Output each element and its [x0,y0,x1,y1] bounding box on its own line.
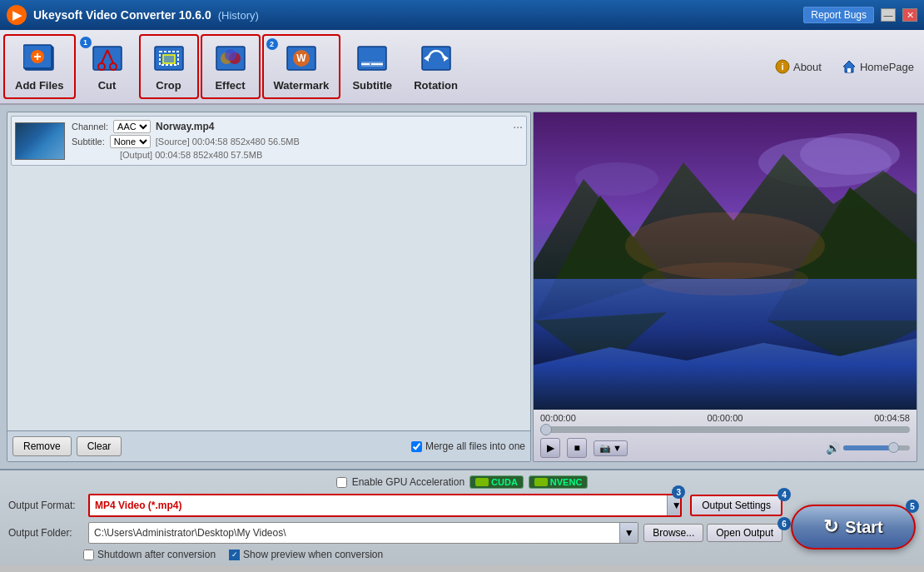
progress-thumb[interactable] [540,424,552,435]
browse-button[interactable]: Browse... [643,524,703,542]
add-files-button[interactable]: Add Files [3,34,76,99]
gpu-row: Enable GPU Acceleration CUDA NVENC [8,475,916,489]
preview-option: ✓ Show preview when conversion [229,549,383,560]
crop-icon [152,42,186,76]
about-button[interactable]: i About [768,56,828,77]
minimize-button[interactable]: — [881,8,896,22]
preview-controls: 00:00:00 00:00:00 00:04:58 ▶ ■ 📷 ▼ 🔊 [534,410,917,461]
output-folder-field[interactable]: C:\Users\Administrator\Desktop\My Videos… [88,522,638,544]
output-settings-wrapper: Output Settings 4 [690,495,782,516]
output-folder-label: Output Folder: [8,527,83,539]
file-options-dots[interactable]: ··· [513,120,523,133]
add-files-label: Add Files [15,79,64,92]
progress-bar[interactable] [540,426,910,433]
merge-area: Merge all files into one [411,440,525,452]
num-badge-settings: 4 [777,488,791,501]
output-format-value: MP4 Video (*.mp4) [90,500,667,511]
play-button[interactable]: ▶ [540,438,560,458]
time-mid: 00:00:00 [708,413,743,423]
file-name: Norway.mp4 [156,121,508,132]
file-panel: Channel: AAC Norway.mp4 ··· Subtitle: No… [7,112,531,462]
watermark-label: Watermark [274,79,330,92]
output-folder-value: C:\Users\Administrator\Desktop\My Videos… [89,527,619,539]
preview-panel: 00:00:00 00:00:00 00:04:58 ▶ ■ 📷 ▼ 🔊 [533,112,917,462]
watermark-icon: W [285,42,318,76]
shutdown-label: Shutdown after conversion [97,549,216,560]
cuda-label: CUDA [491,477,518,487]
subtitle-label: Subtitle [352,79,392,92]
main-area: Channel: AAC Norway.mp4 ··· Subtitle: No… [0,105,924,469]
svg-point-16 [225,49,236,61]
browse-open-wrapper: Browse... Open Output 6 [643,524,782,542]
preview-checkbox-checked[interactable]: ✓ [229,550,240,560]
channel-label: Channel: [72,122,108,132]
watermark-button[interactable]: 2 W Watermark [262,34,341,99]
volume-thumb[interactable] [888,442,899,453]
effect-icon [214,42,247,76]
svg-rect-43 [535,478,547,486]
crop-label: Crop [156,79,181,92]
preview-video [534,112,917,410]
clear-button[interactable]: Clear [77,436,122,456]
file-panel-bottom: Remove Clear Merge all files into one [7,430,530,461]
output-format-section: Output Format: MP4 Video (*.mp4) ▼ 3 Out… [8,494,916,560]
cut-icon [91,42,124,76]
title-bar-right: Report Bugs — ✕ [803,7,917,23]
crop-button[interactable]: Crop [139,34,199,99]
effect-label: Effect [215,79,245,92]
rotation-label: Rotation [414,79,458,92]
start-label: Start [845,518,883,537]
playback-controls: ▶ ■ 📷 ▼ 🔊 [540,438,910,458]
nvenc-badge: NVENC [529,475,589,489]
channel-select[interactable]: AAC [113,120,151,133]
preview-label: Show preview when conversion [243,549,383,560]
close-button[interactable]: ✕ [902,8,917,22]
dropdown-arrow-icon: ▼ [613,443,622,453]
shutdown-checkbox[interactable] [83,550,94,560]
snapshot-button[interactable]: 📷 ▼ [594,440,628,456]
subtitle-button[interactable]: Subtitle [342,34,402,99]
output-format-field[interactable]: MP4 Video (*.mp4) ▼ [88,494,682,517]
svg-rect-4 [37,53,38,60]
output-format-row: Output Format: MP4 Video (*.mp4) ▼ 3 Out… [8,494,782,517]
add-files-icon [22,42,56,76]
cut-num-badge: 1 [80,37,92,48]
svg-rect-42 [476,478,488,486]
num-badge-start: 5 [906,500,919,513]
start-button-wrapper: ↻ Start 5 [791,505,916,550]
svg-text:i: i [781,62,783,72]
stop-button[interactable]: ■ [567,438,587,458]
output-folder-row: Output Folder: C:\Users\Administrator\De… [8,522,782,544]
report-bugs-button[interactable]: Report Bugs [803,7,874,23]
output-settings-button[interactable]: Output Settings [690,495,782,516]
effect-button[interactable]: Effect [201,34,261,99]
cut-label: Cut [98,79,117,92]
app-title: Ukeysoft Video Converter 10.6.0 [33,8,211,22]
volume-icon: 🔊 [826,441,840,455]
start-button[interactable]: ↻ Start [791,505,916,550]
gpu-checkbox[interactable] [336,477,347,488]
time-bar: 00:00:00 00:00:00 00:04:58 [540,413,910,423]
output-info: [Output] 00:04:58 852x480 57.5MB [120,150,262,160]
subtitle-select[interactable]: None [110,135,151,148]
svg-text:W: W [296,52,306,64]
merge-checkbox[interactable] [411,441,422,452]
output-info-row: [Output] 00:04:58 852x480 57.5MB [72,150,523,160]
rotation-button[interactable]: Rotation [404,34,468,99]
folder-dropdown-arrow[interactable]: ▼ [619,522,638,544]
nvenc-label: NVENC [550,477,583,487]
merge-label: Merge all files into one [425,440,525,452]
cut-button[interactable]: 1 Cut [77,34,137,99]
volume-slider[interactable] [843,445,910,450]
about-icon: i [775,59,790,74]
output-format-col: Output Format: MP4 Video (*.mp4) ▼ 3 Out… [8,494,782,560]
file-item: Channel: AAC Norway.mp4 ··· Subtitle: No… [11,116,527,166]
subtitle-icon [355,42,389,76]
shutdown-option: Shutdown after conversion [83,549,216,560]
nvidia-nvenc-icon [534,478,548,486]
open-output-button[interactable]: Open Output [707,524,782,542]
file-list: Channel: AAC Norway.mp4 ··· Subtitle: No… [7,112,530,430]
remove-button[interactable]: Remove [12,436,72,456]
file-thumbnail [15,122,65,160]
homepage-button[interactable]: HomePage [835,56,921,77]
